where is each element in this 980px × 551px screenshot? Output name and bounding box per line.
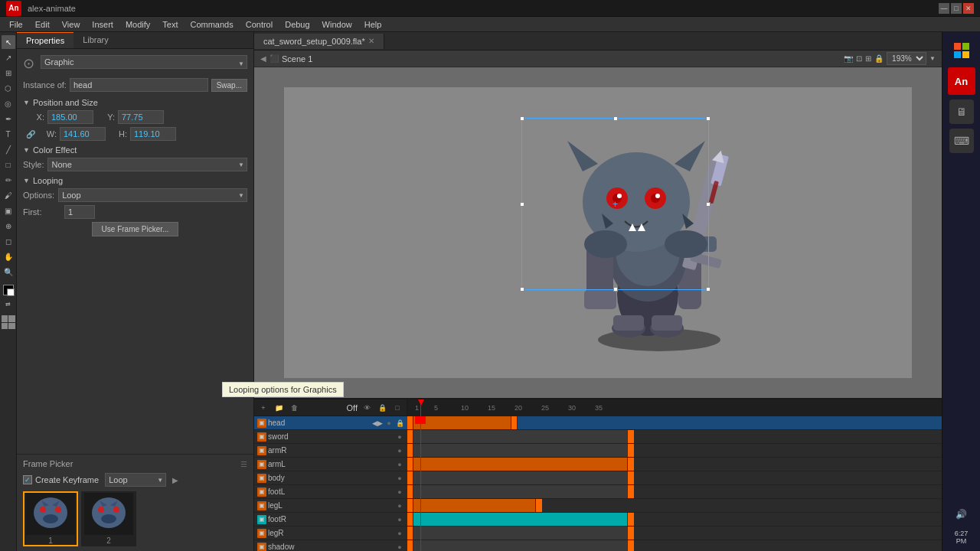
close-tab-icon[interactable]: ✕ [368, 37, 374, 45]
y-input[interactable] [118, 110, 164, 124]
tab-library[interactable]: Library [74, 32, 118, 48]
layer-footR[interactable]: ▣ footR ● [254, 513, 407, 527]
layer-head[interactable]: ▣ head ◀▶ ● 🔒 [254, 416, 407, 430]
menu-window[interactable]: Window [316, 18, 358, 31]
looping-section-header[interactable]: ▼ Looping [23, 176, 247, 185]
swap-colors[interactable]: ⇄ [2, 297, 15, 311]
chevron-right-icon[interactable]: ▶ [172, 476, 178, 484]
layer-shadow-vis[interactable]: ● [395, 543, 404, 552]
menu-control[interactable]: Control [240, 18, 279, 31]
maximize-button[interactable]: □ [951, 3, 962, 14]
swap-button[interactable]: Swap... [211, 79, 247, 92]
stroke-color[interactable] [3, 285, 14, 295]
add-folder-btn[interactable]: 📁 [273, 402, 285, 414]
use-frame-picker-button[interactable]: Use Frame Picker... [92, 222, 179, 236]
frame-picker-menu-icon[interactable]: ☰ [240, 460, 247, 468]
menu-modify[interactable]: Modify [119, 18, 156, 31]
layer-legR[interactable]: ▣ legR ● [254, 527, 407, 540]
layer-legL[interactable]: ▣ legL ● [254, 499, 407, 513]
frame-thumb-2[interactable]: 2 [81, 491, 136, 546]
lock-all-icon[interactable]: 🔒 [376, 402, 388, 414]
frame-thumb-1[interactable]: 1 [23, 491, 78, 546]
instance-name-input[interactable] [70, 78, 208, 92]
footR-kf [407, 513, 413, 526]
subselect-tool[interactable]: ↗ [2, 51, 15, 64]
position-size-section-header[interactable]: ▼ Position and Size [23, 98, 247, 107]
gradient-tool[interactable]: ⬡ [2, 81, 15, 95]
layer-body[interactable]: ▣ body ● [254, 471, 407, 485]
color-effect-section-header[interactable]: ▼ Color Effect [23, 145, 247, 155]
menu-view[interactable]: View [56, 18, 87, 31]
lock-icon[interactable]: 🔒 [874, 54, 884, 63]
layer-legL-vis[interactable]: ● [395, 501, 404, 510]
menu-edit[interactable]: Edit [29, 18, 56, 31]
layer-legR-vis[interactable]: ● [395, 529, 404, 538]
layer-shadow[interactable]: ▣ shadow ● [254, 540, 407, 551]
onion-skin-icon[interactable]: ⊡ [856, 54, 862, 63]
layer-armR[interactable]: ▣ armR ● [254, 444, 407, 458]
grid-icon[interactable]: ⊞ [865, 54, 871, 63]
hand-tool[interactable]: ✋ [2, 249, 15, 263]
new-layer-btn[interactable]: + [257, 402, 270, 414]
eraser-tool[interactable]: ◻ [2, 234, 15, 248]
brush-tool[interactable]: 🖌 [2, 188, 15, 202]
eye-icon[interactable]: 👁 [361, 402, 373, 414]
layer-sword-vis[interactable]: ● [395, 432, 404, 442]
layer-head-vis[interactable]: ● [384, 419, 394, 428]
menu-text[interactable]: Text [156, 18, 184, 31]
close-button[interactable]: ✕ [963, 3, 974, 14]
layer-footR-vis[interactable]: ● [395, 515, 404, 524]
layer-footL[interactable]: ▣ footL ● [254, 485, 407, 499]
layer-footL-vis[interactable]: ● [395, 487, 404, 497]
pen-tool[interactable]: ✒ [2, 112, 15, 126]
camera-icon[interactable]: 📷 [844, 54, 853, 63]
menu-help[interactable]: Help [358, 18, 388, 31]
outline-icon[interactable]: □ [391, 402, 403, 414]
loop-option-select[interactable]: Loop [58, 188, 247, 202]
delete-layer-btn[interactable]: 🗑 [288, 402, 300, 414]
create-keyframe-checkbox-label[interactable]: ✓ Create Keyframe [23, 475, 99, 484]
zoom-select[interactable]: 193% [887, 52, 926, 65]
title-bar-controls[interactable]: — □ ✕ [939, 3, 974, 14]
back-arrow-icon[interactable]: ◀ [260, 54, 266, 63]
menu-debug[interactable]: Debug [279, 18, 315, 31]
asset-tool[interactable] [2, 315, 15, 329]
loop-select[interactable]: Loop [105, 473, 166, 487]
fill-tool[interactable]: ▣ [2, 204, 15, 217]
an-brand-taskbar[interactable]: An [948, 67, 975, 95]
lasso-tool[interactable]: ◎ [2, 96, 15, 110]
taskbar-icon-2[interactable]: ⌨ [949, 129, 974, 153]
layer-sword[interactable]: ▣ sword ● [254, 430, 407, 444]
first-input[interactable] [64, 205, 95, 219]
menu-file[interactable]: File [3, 18, 29, 31]
symbol-type-select[interactable]: Graphic [41, 55, 247, 69]
style-select[interactable]: None [47, 158, 247, 171]
volume-icon[interactable]: 🔊 [949, 502, 974, 527]
layer-head-lock[interactable]: 🔒 [395, 419, 404, 428]
file-tab-active[interactable]: cat_sword_setup_0009.fla* ✕ [254, 34, 384, 49]
taskbar-icon-1[interactable]: 🖥 [949, 99, 974, 124]
windows-logo[interactable] [949, 38, 974, 63]
canvas-viewport[interactable]: + [254, 67, 942, 398]
layer-armL-vis[interactable]: ● [395, 460, 404, 469]
w-input[interactable] [60, 127, 106, 141]
text-tool[interactable]: T [2, 127, 15, 141]
free-transform-tool[interactable]: ⊞ [2, 66, 15, 80]
select-tool[interactable]: ↖ [2, 35, 15, 49]
minimize-button[interactable]: — [939, 3, 949, 14]
pencil-tool[interactable]: ✏ [2, 173, 15, 187]
zoom-dropdown-icon[interactable]: ▼ [929, 55, 936, 62]
layer-armL[interactable]: ▣ armL ● [254, 458, 407, 471]
create-keyframe-checkbox[interactable]: ✓ [23, 475, 32, 484]
x-input[interactable] [47, 110, 93, 124]
tab-properties[interactable]: Properties [17, 32, 74, 48]
eyedropper-tool[interactable]: ⊕ [2, 219, 15, 233]
zoom-tool[interactable]: 🔍 [2, 265, 15, 279]
menu-insert[interactable]: Insert [86, 18, 119, 31]
rect-tool[interactable]: □ [2, 158, 15, 171]
line-tool[interactable]: ╱ [2, 142, 15, 156]
layer-body-vis[interactable]: ● [395, 474, 404, 483]
h-input[interactable] [130, 127, 176, 141]
menu-commands[interactable]: Commands [184, 18, 239, 31]
layer-armR-vis[interactable]: ● [395, 446, 404, 455]
